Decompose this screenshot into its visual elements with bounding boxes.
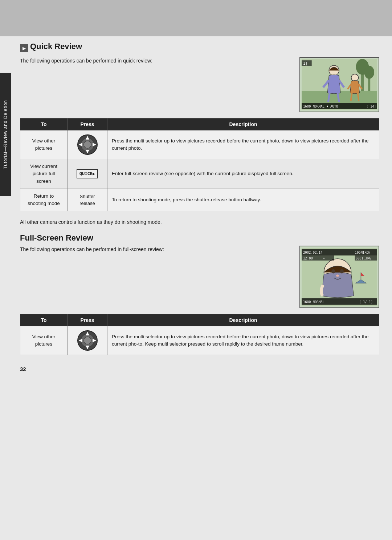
svg-point-15 [351,74,359,81]
to-label-3: Return toshooting mode [28,193,60,206]
fullscreen-review-section: Full-Screen Review The following operati… [20,233,379,355]
body-text: All other camera controls function as th… [20,218,379,226]
svg-text:0001.JPG: 0001.JPG [356,257,371,260]
header-desc-fs: Description [107,314,379,326]
svg-point-32 [331,269,335,274]
svg-text:1600 NORMAL: 1600 NORMAL [303,300,324,304]
quick-review-intro: The following operations can be performe… [20,57,292,65]
fullscreen-intro: The following operations can be performe… [20,246,292,253]
quick-btn-label: QUICK▶ [77,169,98,178]
fs-cell-desc-1: Press the multi selector up to view pict… [107,326,379,355]
page: Tutorial—Review and Deletion ▶ Quick Rev… [0,0,392,540]
quick-review-lcd-image: 1] 1600 NORMAL ♦ AUTO [ 14] [299,57,379,112]
svg-point-49 [84,337,91,344]
quick-review-table: To Press Description View otherpictures [20,118,379,211]
svg-point-33 [340,269,344,274]
fs-to-label-1: View otherpictures [32,334,56,347]
fullscreen-lcd-image: 2002.02.14 106NIKON 12:00 0001.JPG ≈ [299,246,379,308]
svg-text:1]: 1] [303,61,307,65]
shutter-release-label: Shutter release [72,193,103,207]
cell-press-3: Shutter release [68,189,107,211]
lcd-fs-inner: 2002.02.14 106NIKON 12:00 0001.JPG ≈ [302,248,377,306]
fullscreen-intro-block: The following operations can be performe… [20,246,292,258]
cell-desc-3: To return to shooting mode, press the sh… [107,189,379,211]
quick-review-intro-block: The following operations can be performe… [20,57,292,69]
content-area: ▶ Quick Review The following operations … [20,0,379,387]
quick-review-lcd: 1] 1600 NORMAL ♦ AUTO [ 14] [299,57,379,112]
multi-selector-icon [72,134,103,155]
cell-desc-1: Press the multi selector up to view pict… [107,130,379,159]
svg-text:▶: ▶ [23,46,26,51]
selector-svg-1 [77,134,98,155]
header-press-fs: Press [68,314,107,326]
fullscreen-review-title: Full-Screen Review [20,233,379,243]
to-label-2: View currentpicture full screen [30,164,57,184]
fs-multi-selector-icon [72,330,103,351]
svg-text:[ 1/ 1]: [ 1/ 1] [359,300,373,304]
fullscreen-review-top: The following operations can be performe… [20,246,379,308]
fullscreen-review-table: To Press Description View otherpictures [20,314,379,355]
svg-point-34 [336,275,339,277]
svg-text:[ 14]: [ 14] [366,105,376,108]
svg-text:≈: ≈ [323,256,325,260]
table-row: View currentpicture full screen QUICK▶ E… [20,159,379,189]
svg-text:106NIKON: 106NIKON [355,251,371,254]
lcd-inner-quick: 1] 1600 NORMAL ♦ AUTO [ 14] [302,59,377,110]
cell-press-1 [68,130,107,159]
selector-svg-fs [77,330,98,351]
table-row: View otherpictures [20,130,379,159]
quick-button-icon: QUICK▶ [72,169,103,178]
table-row: Return toshooting mode Shutter release T… [20,189,379,211]
fs-cell-press-1 [68,326,107,355]
side-tab: Tutorial—Review and Deletion [0,73,11,196]
svg-point-25 [84,141,91,148]
side-tab-label: Tutorial—Review and Deletion [3,100,8,169]
table-row: View otherpictures [20,326,379,355]
cell-to-2: View currentpicture full screen [20,159,68,189]
to-label-1: View otherpictures [32,138,56,151]
lcd-scene-quick: 1] 1600 NORMAL ♦ AUTO [ 14] [302,59,377,110]
quick-review-top-section: The following operations can be performe… [20,57,379,112]
quick-review-title: Quick Review [30,42,82,51]
svg-text:2002.02.14: 2002.02.14 [303,251,323,254]
quick-review-title-row: ▶ Quick Review [20,42,379,54]
top-bar [0,0,392,36]
header-press-quick: Press [68,118,107,130]
fs-cell-to-1: View otherpictures [20,326,68,355]
quick-review-icon: ▶ [20,44,28,52]
cell-desc-2: Enter full-screen review (see opposite) … [107,159,379,189]
svg-point-7 [364,66,374,79]
lcd-scene-fullscreen: 2002.02.14 106NIKON 12:00 0001.JPG ≈ [302,248,377,306]
svg-text:1600 NORMAL ♦ AUTO: 1600 NORMAL ♦ AUTO [303,105,338,108]
cell-to-3: Return toshooting mode [20,189,68,211]
cell-to-1: View otherpictures [20,130,68,159]
header-desc-quick: Description [107,118,379,130]
svg-text:12:00: 12:00 [303,257,313,260]
cell-press-2: QUICK▶ [68,159,107,189]
header-to-fs: To [20,314,68,326]
header-to-quick: To [20,118,68,130]
fullscreen-lcd: 2002.02.14 106NIKON 12:00 0001.JPG ≈ [299,246,379,308]
page-number: 32 [20,366,379,372]
